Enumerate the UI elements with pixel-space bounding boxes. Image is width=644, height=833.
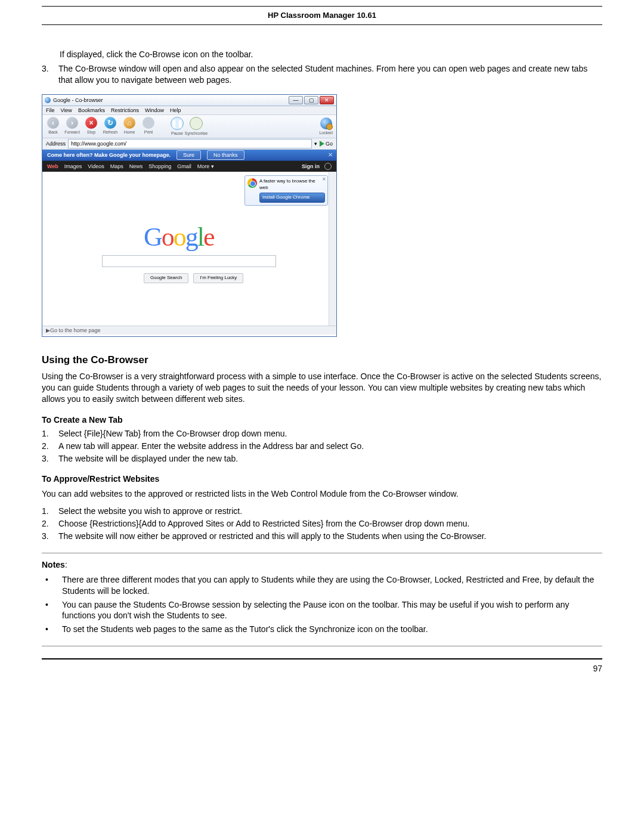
go-icon: [320, 141, 324, 147]
nav-gmail[interactable]: Gmail: [177, 163, 191, 170]
list-item: To set the Students web pages to the sam…: [62, 624, 428, 635]
toolbar-sync-button[interactable]: Synchronise: [189, 117, 203, 136]
window-maximize-button[interactable]: ▢: [304, 96, 318, 104]
status-bar: ▶Go to the home page: [42, 326, 336, 335]
nav-web[interactable]: Web: [47, 163, 58, 170]
menu-bar: File View Bookmarks Restrictions Window …: [42, 106, 336, 115]
signin-button[interactable]: Sign in: [302, 163, 320, 170]
restrict-text: You can add websites to the approved or …: [42, 488, 602, 500]
nav-more[interactable]: More ▾: [197, 163, 214, 170]
toast-text: A faster way to browse the web: [259, 178, 325, 191]
intro-list-text: The Co-Browse window will open and also …: [58, 63, 602, 86]
page-number: 97: [42, 659, 602, 674]
address-dropdown-icon[interactable]: ▾: [314, 140, 317, 147]
pause-icon: ❚❚: [171, 117, 184, 130]
restrict-heading: To Approve/Restrict Websites: [42, 473, 602, 485]
menu-bookmarks[interactable]: Bookmarks: [78, 107, 105, 114]
go-button[interactable]: Go: [320, 140, 333, 147]
menu-file[interactable]: File: [46, 107, 55, 114]
page-header-title: HP Classroom Manager 10.61: [42, 10, 602, 24]
address-input[interactable]: http://www.google.com/: [68, 139, 312, 148]
homepage-sure-button[interactable]: Sure: [177, 150, 201, 160]
menu-window[interactable]: Window: [145, 107, 164, 114]
google-search-input[interactable]: [102, 255, 276, 267]
toolbar-print-button[interactable]: Print: [141, 117, 156, 136]
notes-heading-line: Notes:: [42, 559, 602, 571]
toast-close-icon[interactable]: ✕: [322, 176, 326, 183]
menu-restrictions[interactable]: Restrictions: [111, 107, 139, 114]
create-newtab-heading: To Create a New Tab: [42, 414, 602, 426]
window-title: Google - Co-browser: [53, 97, 103, 104]
toolbar-locked-button[interactable]: Locked: [319, 117, 333, 135]
menu-help[interactable]: Help: [170, 107, 181, 114]
toolbar-home-button[interactable]: ⌂ Home: [122, 117, 137, 136]
toolbar-forward-button[interactable]: › Forward: [65, 117, 79, 136]
toolbar-stop-button[interactable]: × Stop: [84, 117, 98, 136]
cobrowser-screenshot: Google - Co-browser — ▢ ✕ File View Book…: [42, 94, 337, 337]
toolbar-pause-button[interactable]: ❚❚ Pause: [170, 117, 184, 136]
toolbar-refresh-button[interactable]: ↻ Refresh: [103, 117, 117, 136]
sync-icon: [190, 117, 203, 130]
intro-list-number: 3.: [42, 63, 58, 75]
chrome-icon: [247, 178, 257, 188]
homepage-nothanks-button[interactable]: No thanks: [207, 150, 244, 160]
forward-icon: ›: [66, 117, 78, 129]
nav-videos[interactable]: Videos: [88, 163, 104, 170]
window-minimize-button[interactable]: —: [289, 96, 303, 104]
list-item: You can pause the Students Co-Browse ses…: [62, 599, 602, 622]
intro-paragraph: If displayed, click the Co-Browse icon o…: [60, 49, 602, 60]
home-icon: ⌂: [123, 117, 135, 129]
scrollbar[interactable]: [329, 172, 336, 326]
menu-view[interactable]: View: [61, 107, 72, 114]
nav-maps[interactable]: Maps: [110, 163, 123, 170]
list-item: Select {File}{New Tab} from the Co-Brows…: [58, 428, 287, 439]
globe-icon: [45, 97, 51, 103]
nav-shopping[interactable]: Shopping: [148, 163, 171, 170]
gear-icon[interactable]: [324, 163, 332, 170]
refresh-icon: ↻: [104, 117, 116, 129]
chrome-toast: ✕ A faster way to browse the web Install…: [244, 175, 328, 205]
install-chrome-button[interactable]: Install Google Chrome: [259, 193, 325, 203]
list-item: The website will now either be approved …: [58, 531, 487, 542]
nav-news[interactable]: News: [129, 163, 143, 170]
window-close-button[interactable]: ✕: [320, 96, 334, 104]
feeling-lucky-button[interactable]: I'm Feeling Lucky: [193, 273, 243, 283]
toolbar-back-button[interactable]: ‹ Back: [46, 117, 60, 136]
using-cobrowser-heading: Using the Co-Browser: [42, 354, 602, 367]
list-item: Choose {Restrictions}{Add to Approved Si…: [58, 518, 469, 529]
using-cobrowser-text: Using the Co-Browser is a very straightf…: [42, 371, 602, 405]
homepage-prompt-close-icon[interactable]: ✕: [328, 151, 333, 159]
print-icon: [143, 117, 154, 129]
locked-globe-icon: [320, 117, 332, 129]
list-item: The website will be displayed under the …: [58, 453, 238, 465]
google-logo: Google: [144, 219, 214, 255]
stop-icon: ×: [85, 117, 97, 129]
list-item: A new tab will appear. Enter the website…: [58, 441, 364, 452]
address-label: Address: [46, 140, 66, 147]
back-icon: ‹: [47, 117, 59, 129]
list-item: Select the website you wish to approve o…: [58, 506, 242, 517]
list-item: There are three different modes that you…: [62, 574, 602, 597]
homepage-prompt-text: Come here often? Make Google your homepa…: [47, 151, 171, 159]
google-search-button[interactable]: Google Search: [144, 273, 188, 283]
nav-images[interactable]: Images: [64, 163, 82, 170]
